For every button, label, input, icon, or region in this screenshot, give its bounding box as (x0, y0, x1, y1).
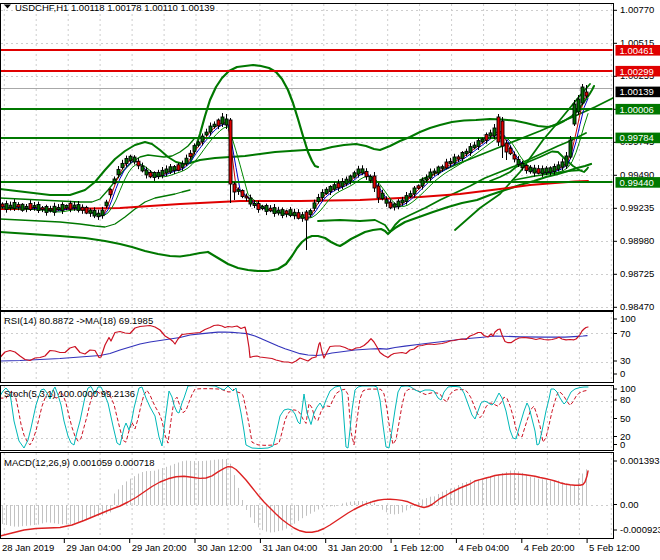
svg-text:0.99784: 0.99784 (620, 132, 654, 143)
svg-text:1.00299: 1.00299 (620, 66, 654, 77)
svg-text:70: 70 (620, 328, 631, 339)
svg-text:Stoch(5,3,1) 100.0000 99.2136: Stoch(5,3,1) 100.0000 99.2136 (4, 388, 135, 399)
svg-text:1.00139: 1.00139 (620, 86, 654, 97)
svg-text:1.00006: 1.00006 (620, 104, 654, 115)
svg-text:1.00461: 1.00461 (620, 45, 654, 56)
svg-text:5 Feb 12:00: 5 Feb 12:00 (589, 542, 640, 553)
svg-text:4 Feb 04:00: 4 Feb 04:00 (458, 542, 509, 553)
svg-text:0: 0 (620, 439, 625, 450)
svg-text:MACD(12,26,9) 0.001059 0.00071: MACD(12,26,9) 0.001059 0.000718 (4, 457, 155, 468)
svg-text:-0.000923: -0.000923 (620, 524, 660, 535)
svg-text:USDCHF,H1 1.00118 1.00178 1.0: USDCHF,H1 1.00118 1.00178 1.00110 1.0013… (15, 2, 215, 13)
svg-text:31 Jan 04:00: 31 Jan 04:00 (262, 542, 317, 553)
svg-text:28 Jan 2019: 28 Jan 2019 (2, 542, 54, 553)
svg-text:30: 30 (620, 355, 631, 366)
svg-text:50: 50 (620, 413, 631, 424)
svg-text:4 Feb 20:00: 4 Feb 20:00 (524, 542, 575, 553)
svg-text:80: 80 (620, 394, 631, 405)
svg-text:0.98725: 0.98725 (620, 268, 654, 279)
svg-text:0.00: 0.00 (620, 499, 639, 510)
svg-text:RSI(14) 80.8872 ->MA(18) 69.1: RSI(14) 80.8872 ->MA(18) 69.1985 (4, 315, 153, 326)
svg-text:29 Jan 20:00: 29 Jan 20:00 (132, 542, 187, 553)
svg-text:0.99235: 0.99235 (620, 202, 654, 213)
svg-text:30 Jan 12:00: 30 Jan 12:00 (197, 542, 252, 553)
svg-text:1 Feb 12:00: 1 Feb 12:00 (393, 542, 444, 553)
svg-text:0.98470: 0.98470 (620, 301, 654, 312)
svg-text:0.98980: 0.98980 (620, 235, 654, 246)
svg-text:0: 0 (620, 368, 625, 379)
svg-text:29 Jan 04:00: 29 Jan 04:00 (66, 542, 121, 553)
svg-text:0.99440: 0.99440 (620, 177, 654, 188)
svg-text:0.001393: 0.001393 (620, 455, 660, 466)
svg-text:100: 100 (620, 383, 636, 394)
svg-text:31 Jan 20:00: 31 Jan 20:00 (328, 542, 383, 553)
svg-text:100: 100 (620, 313, 636, 324)
svg-text:1.00770: 1.00770 (620, 4, 654, 15)
